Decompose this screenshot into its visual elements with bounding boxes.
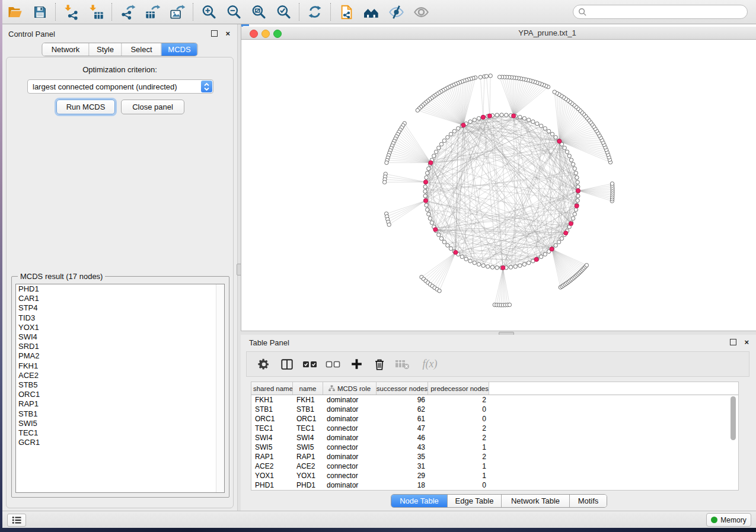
gear-icon bbox=[257, 358, 270, 371]
table-cell: YOX1 bbox=[251, 472, 293, 480]
hide-details-button[interactable] bbox=[384, 1, 409, 23]
tab-node-table[interactable]: Node Table bbox=[391, 495, 448, 507]
tab-mcds[interactable]: MCDS bbox=[162, 43, 197, 56]
tab-motifs[interactable]: Motifs bbox=[570, 495, 607, 507]
column-header-predecessor-nodes[interactable]: predecessor nodes bbox=[428, 382, 489, 395]
mcds-result-item[interactable]: PMA2 bbox=[16, 351, 224, 361]
network-window-titlebar[interactable]: YPA_prune.txt_1 bbox=[241, 27, 756, 40]
task-history-button[interactable] bbox=[7, 514, 26, 527]
open-file-button[interactable] bbox=[2, 1, 27, 23]
table-row[interactable]: FKH1FKH1dominator962 bbox=[251, 395, 738, 405]
export-network-button[interactable] bbox=[115, 1, 140, 23]
refresh-button[interactable] bbox=[302, 1, 327, 23]
mcds-list-scrollbar[interactable] bbox=[216, 284, 224, 492]
function-icon: f(x) bbox=[423, 358, 438, 370]
trash-icon bbox=[373, 358, 386, 371]
refresh-icon bbox=[307, 4, 323, 20]
mcds-result-item[interactable]: SRD1 bbox=[16, 342, 224, 351]
close-window-icon[interactable] bbox=[250, 30, 258, 38]
table-cell: PHD1 bbox=[293, 481, 323, 489]
tab-select[interactable]: Select bbox=[122, 43, 162, 56]
memory-button[interactable]: Memory bbox=[706, 513, 751, 527]
tab-network[interactable]: Network bbox=[43, 43, 90, 56]
table-row[interactable]: PHD1PHD1dominator180 bbox=[251, 480, 738, 490]
tab-network-table[interactable]: Network Table bbox=[502, 495, 570, 507]
main-toolbar bbox=[2, 0, 756, 24]
export-table-button[interactable] bbox=[140, 1, 165, 23]
mcds-result-list[interactable]: PHD1CAR1STP4TID3YOX1SWI4SRD1PMA2FKH1ACE2… bbox=[15, 284, 225, 493]
table-tabs: Node TableEdge TableNetwork TableMotifs bbox=[391, 494, 607, 508]
apply-function-button[interactable]: f(x) bbox=[418, 356, 442, 373]
zoom-selected-button[interactable] bbox=[271, 1, 296, 23]
zoom-in-button[interactable] bbox=[196, 1, 221, 23]
mcds-result-item[interactable]: STP4 bbox=[16, 303, 224, 313]
table-row[interactable]: ACE2ACE2connector311 bbox=[251, 462, 738, 471]
table-row[interactable]: YOX1YOX1connector291 bbox=[251, 471, 738, 480]
mcds-result-item[interactable]: CAR1 bbox=[16, 294, 224, 303]
zoom-selected-icon bbox=[276, 4, 291, 20]
scrollbar-thumb[interactable] bbox=[731, 396, 736, 440]
close-panel-icon[interactable]: × bbox=[225, 31, 230, 36]
zoom-fit-button[interactable] bbox=[246, 1, 271, 23]
import-network-button[interactable] bbox=[59, 1, 84, 23]
mcds-result-item[interactable]: STB5 bbox=[16, 380, 224, 390]
close-panel-icon[interactable]: × bbox=[744, 339, 749, 345]
column-header-MCDS-role[interactable]: MCDS role bbox=[323, 382, 377, 395]
column-header-successor-nodes[interactable]: successor nodes bbox=[377, 382, 428, 395]
select-all-button[interactable] bbox=[302, 356, 318, 373]
table-row[interactable]: STB1STB1dominator620 bbox=[251, 405, 738, 414]
mcds-result-item[interactable]: STB1 bbox=[16, 409, 224, 419]
close-panel-button[interactable]: Close panel bbox=[121, 100, 184, 114]
mcds-result-item[interactable]: SWI4 bbox=[16, 332, 224, 342]
mcds-result-item[interactable]: RAP1 bbox=[16, 399, 224, 409]
table-cell: 47 bbox=[377, 424, 428, 432]
column-visibility-button[interactable] bbox=[279, 356, 295, 373]
table-settings-button[interactable] bbox=[256, 356, 272, 373]
float-panel-icon[interactable] bbox=[211, 30, 218, 37]
zoom-out-button[interactable] bbox=[221, 1, 246, 23]
float-panel-icon[interactable] bbox=[730, 339, 736, 345]
run-mcds-button[interactable]: Run MCDS bbox=[56, 100, 115, 114]
table-scrollbar[interactable] bbox=[730, 395, 737, 489]
table-cell: YOX1 bbox=[293, 472, 323, 480]
import-table-button[interactable] bbox=[84, 1, 109, 23]
table-row[interactable]: SWI5SWI5connector431 bbox=[251, 443, 738, 452]
minimize-window-icon[interactable] bbox=[261, 30, 270, 38]
show-details-button[interactable] bbox=[409, 1, 433, 23]
network-canvas[interactable] bbox=[241, 40, 756, 331]
mcds-result-item[interactable]: PHD1 bbox=[16, 284, 224, 294]
mcds-result-item[interactable]: GCR1 bbox=[16, 438, 224, 447]
delete-column-button[interactable] bbox=[372, 356, 387, 373]
table-cell: ACE2 bbox=[293, 462, 323, 470]
mcds-result-item[interactable]: SWI5 bbox=[16, 419, 224, 428]
mcds-result-item[interactable]: TID3 bbox=[16, 313, 224, 323]
column-header-name[interactable]: name bbox=[293, 382, 323, 395]
table-row[interactable]: ORC1ORC1dominator610 bbox=[251, 414, 738, 424]
table-cell: STB1 bbox=[251, 405, 293, 414]
hide-table-button[interactable] bbox=[395, 356, 410, 373]
mcds-result-item[interactable]: TEC1 bbox=[16, 428, 224, 438]
add-column-button[interactable] bbox=[349, 356, 364, 373]
table-row[interactable]: TEC1TEC1connector472 bbox=[251, 424, 738, 433]
tab-edge-table[interactable]: Edge Table bbox=[448, 495, 502, 507]
maximize-window-icon[interactable] bbox=[273, 30, 282, 38]
search-input[interactable] bbox=[573, 5, 748, 19]
table-row[interactable]: RAP1RAP1dominator352 bbox=[251, 452, 738, 462]
optimization-select[interactable]: largest connected component (undirected) bbox=[27, 79, 213, 94]
save-session-button[interactable] bbox=[27, 1, 52, 23]
export-image-button[interactable] bbox=[165, 1, 190, 23]
deselect-all-button[interactable] bbox=[326, 356, 341, 373]
mcds-result-title: MCDS result (17 nodes) bbox=[18, 272, 105, 281]
mcds-result-item[interactable]: ACE2 bbox=[16, 371, 224, 380]
column-header-shared-name[interactable]: shared name bbox=[251, 382, 293, 395]
first-neighbors-button[interactable] bbox=[334, 1, 359, 23]
table-row[interactable]: SWI4SWI4dominator462 bbox=[251, 433, 738, 443]
home-button[interactable] bbox=[359, 1, 384, 23]
desktop-background-bottom bbox=[0, 527, 756, 532]
mcds-result-item[interactable]: FKH1 bbox=[16, 361, 224, 371]
mcds-result-item[interactable]: ORC1 bbox=[16, 390, 224, 399]
select-all-icon bbox=[302, 360, 318, 369]
tab-style[interactable]: Style bbox=[90, 43, 122, 56]
mcds-result-item[interactable]: YOX1 bbox=[16, 323, 224, 332]
table-cell: 2 bbox=[428, 396, 489, 404]
